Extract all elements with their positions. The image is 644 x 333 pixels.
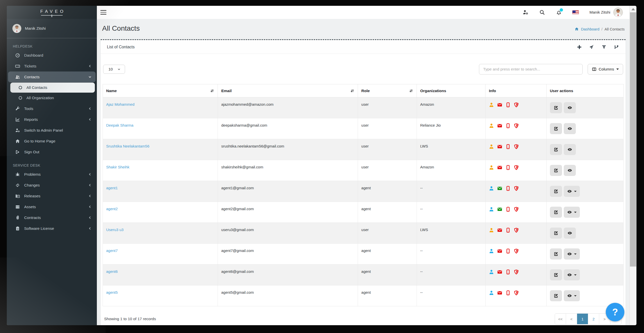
edit-button[interactable]	[550, 165, 562, 176]
mobile-icon	[505, 102, 511, 107]
organization-cell: Amazon	[417, 160, 486, 181]
view-button[interactable]	[564, 144, 576, 155]
sidebar-item-tickets[interactable]: Tickets	[7, 61, 97, 71]
sidebar-item-label: Dashboard	[24, 53, 92, 58]
contact-name-link[interactable]: Shakir Sheihk	[106, 165, 130, 169]
filter-button[interactable]	[601, 44, 607, 50]
view-button[interactable]	[564, 102, 576, 113]
chevron-left-icon	[88, 107, 92, 110]
sidebar-item-sign-out[interactable]: Sign Out	[7, 146, 97, 157]
records-summary: Showing 1 to 10 of 17 records	[104, 317, 156, 321]
breadcrumb-current: All Contacts	[605, 27, 625, 31]
name-cell: Srushtika Neelakantam56	[103, 139, 218, 160]
search-input[interactable]	[479, 64, 583, 75]
contact-name-link[interactable]: agent5	[106, 290, 118, 294]
contact-name-link[interactable]: agent7	[106, 248, 118, 253]
sidebar-item-tools[interactable]: Tools	[7, 103, 97, 114]
per-page-select[interactable]: 10	[103, 65, 125, 74]
email-cell: ajazmohammed@amazon.com	[218, 97, 358, 118]
shield-icon	[514, 186, 519, 191]
sidebar-item-switch-to-admin-panel[interactable]: Switch to Admin Panel	[7, 125, 97, 136]
sidebar-item-dashboard[interactable]: Dashboard	[7, 50, 97, 61]
person-icon	[489, 290, 494, 295]
contact-name-link[interactable]: Useru3 u3	[106, 228, 124, 232]
contact-name-link[interactable]: agent1	[106, 186, 118, 190]
sidebar-toggle-icon[interactable]	[100, 10, 106, 15]
edit-button[interactable]	[550, 102, 562, 113]
edit-button[interactable]	[550, 186, 562, 197]
sidebar-subitem-all-organization[interactable]: All Organization	[10, 93, 95, 103]
view-button[interactable]	[564, 248, 580, 260]
edit-button[interactable]	[550, 228, 562, 239]
view-button[interactable]	[564, 228, 576, 239]
page-button-prev[interactable]: <	[566, 314, 577, 324]
view-button[interactable]	[564, 165, 576, 176]
envelope-icon	[497, 290, 502, 295]
column-header-role[interactable]: Role	[358, 84, 417, 97]
sidebar-item-problems[interactable]: Problems	[7, 169, 97, 180]
us-flag-icon[interactable]	[572, 10, 579, 14]
column-header-name[interactable]: Name	[103, 84, 218, 97]
edit-button[interactable]	[550, 123, 562, 134]
contact-name-link[interactable]: Deepak Sharma	[106, 123, 133, 127]
columns-button[interactable]: Columns	[588, 64, 623, 75]
search-icon[interactable]	[539, 9, 545, 15]
breadcrumb-dashboard-link[interactable]: Dashboard	[581, 27, 599, 31]
contact-name-link[interactable]: Ajaz Mohammed	[106, 102, 135, 106]
page-scrollbar[interactable]	[629, 6, 636, 325]
page-button-prevprev[interactable]: <<	[555, 314, 566, 324]
mobile-icon	[505, 123, 511, 128]
view-button[interactable]	[564, 186, 580, 197]
edit-button[interactable]	[550, 207, 562, 218]
view-button[interactable]	[564, 290, 580, 301]
mobile-icon	[505, 269, 511, 275]
info-cell	[486, 244, 546, 265]
name-cell: Useru3 u3	[103, 223, 218, 244]
sign-out-icon	[15, 150, 20, 155]
sidebar-item-contacts[interactable]: Contacts	[8, 71, 96, 82]
sidebar-nav: HELPDESKDashboardTicketsContactsAll Cont…	[7, 38, 97, 234]
edit-button[interactable]	[550, 144, 562, 155]
topbar-user-menu[interactable]: Manik Zitshi	[589, 8, 623, 17]
user-gear-icon[interactable]	[522, 9, 529, 15]
sidebar-subitem-all-contacts[interactable]: All Contacts	[10, 83, 95, 93]
name-cell: agent2	[103, 202, 218, 223]
sidebar-item-assets[interactable]: Assets	[7, 201, 97, 212]
topbar-user-name: Manik Zitshi	[589, 10, 610, 15]
sidebar-item-changes[interactable]: Changes	[7, 180, 97, 191]
send-button[interactable]	[589, 44, 594, 50]
sidebar-item-releases[interactable]: Releases	[7, 191, 97, 201]
view-button[interactable]	[564, 269, 580, 280]
help-button[interactable]: ?	[606, 303, 624, 321]
edit-button[interactable]	[550, 269, 562, 280]
add-contact-button[interactable]	[577, 44, 582, 50]
scrollbar-thumb[interactable]	[630, 12, 636, 267]
organization-cell: --	[417, 244, 486, 265]
sidebar-item-software-license[interactable]: Software License	[7, 223, 97, 234]
page-button-2[interactable]: 2	[588, 314, 599, 324]
edit-button[interactable]	[550, 248, 562, 260]
email-cell: deepaksharma@gmail.com	[218, 118, 358, 139]
sidebar-item-go-to-home-page[interactable]: Go to Home Page	[7, 136, 97, 146]
scroll-up-arrow[interactable]	[630, 6, 636, 12]
column-header-email[interactable]: Email	[218, 84, 358, 97]
sidebar-item-contracts[interactable]: Contracts	[7, 212, 97, 223]
edit-button[interactable]	[550, 290, 562, 301]
home-icon	[15, 139, 20, 144]
table-row: agent7agent7@gmail.comagent--	[103, 244, 624, 265]
info-cell	[486, 139, 546, 160]
contact-name-link[interactable]: agent6	[106, 269, 118, 274]
info-cell	[486, 97, 546, 118]
shield-icon	[514, 228, 519, 233]
contact-name-link[interactable]: agent2	[106, 207, 118, 211]
merge-button[interactable]	[614, 44, 619, 50]
person-icon	[489, 269, 494, 275]
bell-icon[interactable]	[556, 9, 562, 15]
contact-name-link[interactable]: Srushtika Neelakantam56	[106, 144, 149, 148]
view-button[interactable]	[564, 207, 580, 218]
person-icon	[489, 228, 494, 233]
sidebar-item-reports[interactable]: Reports	[7, 114, 97, 125]
page-button-1[interactable]: 1	[577, 314, 588, 324]
view-button[interactable]	[564, 123, 576, 134]
person-icon	[489, 144, 494, 149]
